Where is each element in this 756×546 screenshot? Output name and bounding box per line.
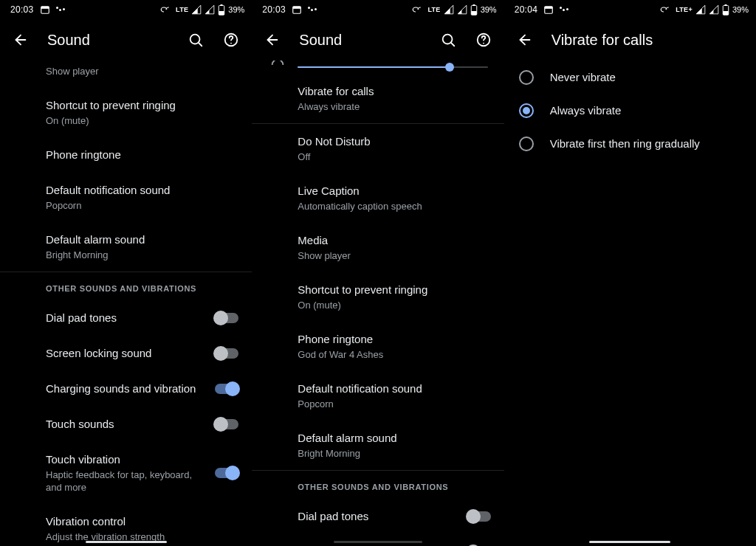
signal-icon-2	[457, 4, 467, 15]
vowifi-icon	[659, 6, 673, 13]
back-button[interactable]	[6, 25, 35, 55]
battery-pct: 39%	[228, 5, 244, 14]
item-sub: On (mute)	[298, 299, 492, 311]
item-default-notification-sound[interactable]: Default notification sound Popcorn	[0, 173, 252, 222]
screen-sound-1: 20:03 LTE 39% Sound Show player Shortcut…	[0, 0, 252, 546]
radio-never-vibrate[interactable]: Never vibrate	[504, 61, 756, 94]
svg-rect-12	[471, 11, 477, 15]
gesture-nav-indicator[interactable]	[589, 541, 670, 543]
item-shortcut-prevent-ringing[interactable]: Shortcut to prevent ringing On (mute)	[252, 272, 504, 322]
item-sub: Haptic feedback for tap, keyboard, and m…	[46, 469, 193, 494]
settings-list: Vibrate for calls Always vibrate Do Not …	[252, 61, 504, 546]
volume-slider-row[interactable]	[252, 61, 504, 74]
battery-icon	[218, 4, 225, 15]
radio-icon	[519, 103, 534, 118]
item-sub: Popcorn	[298, 398, 492, 410]
radio-label: Always vibrate	[550, 104, 744, 117]
item-phone-ringtone[interactable]: Phone ringtone	[0, 137, 252, 173]
radio-icon	[519, 136, 534, 151]
toggle-dial-pad[interactable]	[467, 511, 491, 522]
slider-thumb[interactable]	[445, 63, 454, 72]
calendar-icon	[543, 4, 554, 15]
status-bar: 20:03 LTE 39%	[0, 0, 252, 19]
back-button[interactable]	[510, 25, 540, 55]
toggle-screen-lock[interactable]	[215, 348, 238, 359]
calendar-icon	[292, 4, 302, 15]
signal-icon	[444, 4, 454, 15]
status-time: 20:03	[262, 4, 286, 15]
radio-vibrate-then-ring[interactable]: Vibrate first then ring gradually	[504, 127, 756, 160]
radio-label: Vibrate first then ring gradually	[550, 137, 744, 150]
gesture-nav-indicator[interactable]	[334, 541, 422, 543]
app-bar: Sound	[252, 19, 504, 61]
item-phone-ringtone[interactable]: Phone ringtone God of War 4 Ashes	[252, 322, 504, 371]
item-touch-vibration[interactable]: Touch vibration Haptic feedback for tap,…	[0, 442, 252, 504]
svg-rect-3	[221, 4, 223, 6]
item-default-notification-sound[interactable]: Default notification sound Popcorn	[252, 371, 504, 421]
toggle-charging[interactable]	[215, 384, 238, 394]
item-screen-locking-sound[interactable]: Screen locking sound	[0, 336, 252, 371]
item-touch-sounds[interactable]: Touch sounds	[0, 407, 252, 442]
item-live-caption[interactable]: Live Caption Automatically caption speec…	[252, 173, 504, 223]
battery-pct: 39%	[732, 5, 749, 14]
item-screen-locking-sound[interactable]: Screen locking sound	[252, 534, 504, 546]
item-media[interactable]: Media Show player	[252, 223, 504, 272]
signal-icon	[191, 4, 202, 15]
battery-pct: 39%	[481, 5, 497, 14]
network-type: LTE	[427, 6, 440, 13]
item-title: Phone ringtone	[46, 148, 240, 162]
search-button[interactable]	[181, 25, 210, 55]
item-sub: Bright Morning	[46, 249, 240, 261]
item-title: Touch vibration	[46, 452, 240, 467]
item-title: Do Not Disturb	[298, 134, 492, 149]
signal-icon-2	[205, 4, 215, 15]
item-charging-sounds[interactable]: Charging sounds and vibration	[0, 371, 252, 407]
status-bar: 20:03 LTE 39%	[252, 0, 504, 19]
item-sub: Always vibrate	[298, 100, 492, 113]
item-title: Vibration control	[46, 514, 240, 529]
svg-rect-4	[219, 11, 225, 15]
help-button[interactable]	[469, 25, 498, 55]
item-vibration-control[interactable]: Vibration control Adjust the vibration s…	[0, 504, 252, 546]
page-title: Vibrate for calls	[546, 32, 750, 49]
back-button[interactable]	[258, 25, 287, 55]
svg-point-7	[230, 43, 232, 44]
item-dial-pad-tones[interactable]: Dial pad tones	[252, 499, 504, 534]
section-header-label: Other sounds and vibrations	[46, 284, 240, 293]
help-button[interactable]	[216, 25, 246, 55]
item-title: Default notification sound	[298, 381, 492, 396]
item-dial-pad-tones[interactable]: Dial pad tones	[0, 300, 252, 336]
radio-icon	[519, 70, 534, 85]
item-vibrate-for-calls[interactable]: Vibrate for calls Always vibrate	[252, 74, 504, 123]
item-default-alarm-sound[interactable]: Default alarm sound Bright Morning	[252, 421, 504, 470]
battery-icon	[470, 4, 478, 15]
slider-track[interactable]	[298, 66, 487, 68]
radio-label: Never vibrate	[550, 71, 744, 83]
item-title: Default alarm sound	[46, 232, 240, 247]
item-show-player[interactable]: Show player	[0, 61, 252, 88]
search-button[interactable]	[433, 25, 463, 55]
item-title: Default notification sound	[46, 183, 240, 198]
radio-always-vibrate[interactable]: Always vibrate	[504, 94, 756, 127]
screen-vibrate-for-calls: 20:04 LTE+ 39% Vibrate for calls Never v…	[504, 0, 756, 546]
item-title: Dial pad tones	[298, 509, 492, 524]
gesture-nav-indicator[interactable]	[86, 541, 167, 543]
battery-icon	[722, 4, 729, 15]
status-bar: 20:04 LTE+ 39%	[504, 0, 756, 19]
section-header-other-sounds: Other sounds and vibrations	[0, 272, 252, 300]
svg-rect-1	[41, 7, 49, 9]
toggle-touch-vibration[interactable]	[215, 468, 238, 478]
item-do-not-disturb[interactable]: Do Not Disturb Off	[252, 124, 504, 173]
item-sub: Popcorn	[46, 199, 240, 212]
item-title: Default alarm sound	[298, 431, 492, 446]
item-default-alarm-sound[interactable]: Default alarm sound Bright Morning	[0, 222, 252, 272]
toggle-touch-sounds[interactable]	[215, 419, 238, 429]
svg-rect-18	[545, 7, 553, 9]
item-title: Phone ringtone	[298, 332, 492, 347]
calendar-icon	[40, 4, 50, 15]
item-shortcut-prevent-ringing[interactable]: Shortcut to prevent ringing On (mute)	[0, 88, 252, 137]
item-title: Dial pad tones	[46, 311, 240, 325]
item-sub: Off	[298, 151, 492, 163]
item-sub: On (mute)	[46, 114, 240, 127]
toggle-dial-pad[interactable]	[215, 313, 238, 323]
